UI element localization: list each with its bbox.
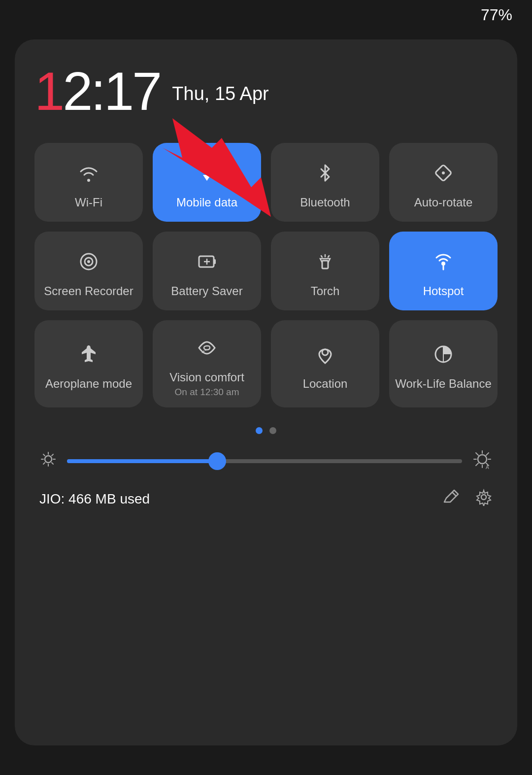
tile-auto-rotate[interactable]: Auto-rotate bbox=[389, 143, 498, 222]
tile-torch[interactable]: Torch bbox=[271, 232, 379, 310]
status-bar: 77% bbox=[0, 0, 532, 30]
tile-vision-comfort-label: Vision comfort bbox=[169, 371, 244, 384]
svg-point-38 bbox=[481, 495, 486, 500]
svg-line-25 bbox=[52, 454, 53, 456]
svg-rect-9 bbox=[322, 261, 328, 269]
clock-red-digit: 1 bbox=[34, 61, 63, 121]
tile-wifi[interactable]: Wi-Fi bbox=[34, 143, 143, 222]
vision-comfort-icon bbox=[193, 334, 221, 362]
tile-screen-recorder[interactable]: Screen Recorder bbox=[34, 232, 143, 310]
svg-line-35 bbox=[476, 463, 478, 466]
tile-bluetooth-label: Bluetooth bbox=[300, 196, 350, 210]
tile-auto-rotate-label: Auto-rotate bbox=[414, 196, 473, 210]
svg-line-37 bbox=[452, 492, 456, 496]
auto-rotate-icon bbox=[430, 159, 457, 187]
tile-work-life[interactable]: Work-Life Balance bbox=[389, 320, 498, 407]
tile-wifi-label: Wi-Fi bbox=[75, 196, 102, 210]
brightness-track[interactable] bbox=[67, 459, 462, 463]
svg-line-26 bbox=[43, 463, 45, 464]
quick-settings-panel: 12:17 Thu, 15 Apr Wi-Fi bbox=[15, 39, 517, 745]
svg-rect-6 bbox=[214, 259, 216, 264]
svg-text:A: A bbox=[486, 464, 489, 469]
svg-line-23 bbox=[43, 454, 45, 456]
settings-icon[interactable] bbox=[475, 488, 493, 510]
tile-mobile-data-label: Mobile data bbox=[176, 196, 237, 210]
tile-aeroplane-label: Aeroplane mode bbox=[45, 377, 132, 391]
clock-rest: 2:17 bbox=[63, 61, 160, 121]
clock-date: Thu, 15 Apr bbox=[172, 83, 268, 104]
brightness-min-icon bbox=[39, 450, 57, 472]
svg-line-32 bbox=[476, 453, 478, 455]
tile-battery-saver-label: Battery Saver bbox=[171, 284, 242, 299]
svg-line-12 bbox=[328, 256, 329, 257]
tile-battery-saver[interactable]: Battery Saver bbox=[153, 232, 261, 310]
svg-line-34 bbox=[486, 453, 489, 455]
wifi-icon bbox=[75, 159, 102, 187]
data-usage-text: JIO: 466 MB used bbox=[39, 491, 150, 507]
brightness-max-icon: A bbox=[472, 449, 493, 473]
tile-hotspot[interactable]: Hotspot bbox=[389, 232, 498, 310]
battery-indicator: 77% bbox=[481, 6, 512, 24]
clock-section: 12:17 Thu, 15 Apr bbox=[34, 64, 498, 118]
svg-line-11 bbox=[321, 256, 322, 257]
brightness-fill bbox=[67, 459, 217, 463]
torch-icon bbox=[311, 248, 339, 275]
mobile-data-icon bbox=[193, 159, 221, 187]
tile-screen-recorder-label: Screen Recorder bbox=[44, 284, 133, 299]
tile-vision-comfort[interactable]: Vision comfort On at 12:30 am bbox=[153, 320, 261, 407]
tile-location[interactable]: Location bbox=[271, 320, 379, 407]
tile-vision-comfort-sublabel: On at 12:30 am bbox=[169, 387, 244, 398]
tiles-grid-row1: Wi-Fi Mobile data Bluetooth bbox=[34, 143, 498, 407]
bluetooth-icon bbox=[311, 159, 339, 187]
tile-aeroplane[interactable]: Aeroplane mode bbox=[34, 320, 143, 407]
tile-work-life-label: Work-Life Balance bbox=[395, 377, 492, 391]
battery-saver-icon bbox=[193, 248, 221, 275]
aeroplane-icon bbox=[75, 340, 102, 368]
svg-point-18 bbox=[45, 456, 52, 463]
svg-line-24 bbox=[52, 463, 53, 464]
edit-icon[interactable] bbox=[442, 488, 460, 510]
tile-torch-label: Torch bbox=[311, 284, 340, 299]
page-dot-2[interactable] bbox=[269, 427, 276, 434]
bottom-icons bbox=[442, 488, 493, 510]
location-icon bbox=[311, 340, 339, 368]
clock-time: 12:17 bbox=[34, 64, 160, 118]
brightness-row: A bbox=[34, 449, 498, 473]
page-dot-1[interactable] bbox=[256, 427, 263, 434]
svg-point-4 bbox=[87, 260, 90, 263]
work-life-icon bbox=[430, 340, 457, 368]
svg-point-1 bbox=[442, 171, 445, 174]
svg-point-27 bbox=[478, 455, 487, 464]
page-dots bbox=[34, 427, 498, 434]
tile-bluetooth[interactable]: Bluetooth bbox=[271, 143, 379, 222]
brightness-thumb[interactable] bbox=[208, 452, 226, 470]
tile-location-label: Location bbox=[303, 377, 348, 391]
tile-hotspot-label: Hotspot bbox=[423, 284, 464, 299]
bottom-bar: JIO: 466 MB used bbox=[34, 488, 498, 510]
tile-mobile-data[interactable]: Mobile data bbox=[153, 143, 261, 222]
hotspot-icon bbox=[430, 248, 457, 275]
screen-recorder-icon bbox=[75, 248, 102, 275]
